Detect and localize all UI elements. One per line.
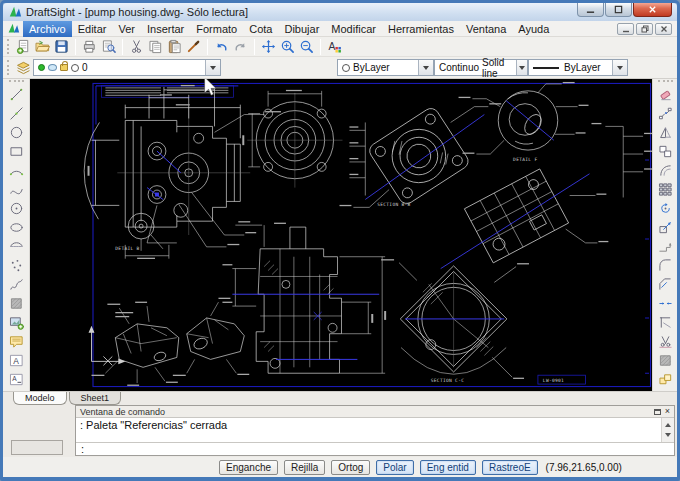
hatch-button[interactable] bbox=[5, 294, 27, 313]
lineweight-dropdown-arrow[interactable] bbox=[612, 60, 627, 75]
point-button[interactable] bbox=[5, 256, 27, 275]
image-button[interactable] bbox=[5, 313, 27, 332]
rectangle-button[interactable] bbox=[5, 142, 27, 161]
spline-button[interactable] bbox=[5, 180, 27, 199]
command-history[interactable]: : Paleta "Referencias" cerrada bbox=[76, 418, 674, 442]
fillet-button[interactable] bbox=[654, 256, 676, 275]
infinite-line-icon bbox=[9, 106, 24, 121]
menu-dibujar[interactable]: Dibujar bbox=[278, 21, 325, 37]
tab-modelo[interactable]: Modelo bbox=[13, 392, 67, 405]
menu-insertar[interactable]: Insertar bbox=[141, 21, 190, 37]
simple-text-button[interactable]: A bbox=[5, 351, 27, 370]
toolbar-grip[interactable] bbox=[7, 39, 10, 54]
menu-formato[interactable]: Formato bbox=[190, 21, 243, 37]
linecolor-dropdown-arrow[interactable] bbox=[418, 60, 433, 75]
cut-button[interactable] bbox=[127, 38, 146, 56]
note-button[interactable] bbox=[5, 332, 27, 351]
copy-button[interactable] bbox=[146, 38, 165, 56]
paste-button[interactable] bbox=[165, 38, 184, 56]
linecolor-dropdown[interactable]: ByLayer bbox=[337, 59, 434, 76]
menu-cota[interactable]: Cota bbox=[243, 21, 278, 37]
new-button[interactable] bbox=[14, 38, 33, 56]
menu-ver[interactable]: Ver bbox=[112, 21, 141, 37]
mdi-close-button[interactable] bbox=[655, 23, 672, 35]
menu-archivo[interactable]: Archivo bbox=[23, 21, 72, 37]
status-rejilla-button[interactable]: Rejilla bbox=[284, 460, 325, 475]
layer-toolbar-grip[interactable] bbox=[7, 60, 10, 75]
infinite-line-button[interactable] bbox=[5, 104, 27, 123]
maximize-button[interactable] bbox=[605, 3, 632, 17]
menu-editar[interactable]: Editar bbox=[72, 21, 113, 37]
mdi-minimize-button[interactable] bbox=[617, 23, 634, 35]
status-polar-button[interactable]: Polar bbox=[376, 460, 413, 475]
freehand-button[interactable] bbox=[5, 275, 27, 294]
status-ortog-button[interactable]: Ortog bbox=[331, 460, 370, 475]
draw-toolbar-grip[interactable] bbox=[9, 80, 24, 83]
command-close-icon[interactable]: × bbox=[665, 407, 670, 416]
menu-modificar[interactable]: Modificar bbox=[325, 21, 382, 37]
menu-herramientas[interactable]: Herramientas bbox=[382, 21, 460, 37]
print-button[interactable] bbox=[80, 38, 99, 56]
dock-handle[interactable] bbox=[11, 440, 63, 455]
layer-manager-button[interactable] bbox=[14, 59, 33, 77]
scale-button[interactable] bbox=[654, 218, 676, 237]
menu-ventana[interactable]: Ventana bbox=[460, 21, 512, 37]
open-button[interactable] bbox=[33, 38, 52, 56]
text-format-button[interactable]: A bbox=[325, 38, 344, 56]
arc-button[interactable] bbox=[5, 161, 27, 180]
drawing-canvas[interactable]: LW-0901 DETAIL B SECTION B-B DETAIL F SE… bbox=[30, 79, 652, 391]
float-window-icon[interactable] bbox=[654, 409, 661, 415]
modify-toolbar-grip[interactable] bbox=[658, 80, 673, 83]
ellipse-arc-button[interactable] bbox=[5, 237, 27, 256]
linestyle-dropdown[interactable]: Continuo Solid line bbox=[434, 59, 528, 76]
lineweight-dropdown[interactable]: ByLayer bbox=[528, 59, 628, 76]
power-trim-button[interactable] bbox=[654, 332, 676, 351]
circle-button[interactable] bbox=[5, 123, 27, 142]
text-button[interactable]: A bbox=[5, 370, 27, 389]
rotate-button[interactable] bbox=[654, 199, 676, 218]
save-button[interactable] bbox=[52, 38, 71, 56]
pan-button[interactable] bbox=[259, 38, 278, 56]
menu-ayuda[interactable]: Ayuda bbox=[512, 21, 555, 37]
mdi-restore-button[interactable] bbox=[636, 23, 653, 35]
status-eng-entid-button[interactable]: Eng entid bbox=[420, 460, 476, 475]
title-bar[interactable]: DraftSight - [pump housing.dwg- Sólo lec… bbox=[3, 3, 677, 21]
zoom-out-button[interactable] bbox=[297, 38, 316, 56]
undo-button[interactable] bbox=[212, 38, 231, 56]
line-button[interactable] bbox=[5, 85, 27, 104]
area-hatch-button[interactable] bbox=[654, 351, 676, 370]
stamp-label: LW-0901 bbox=[543, 378, 564, 383]
ellipse-button[interactable] bbox=[5, 218, 27, 237]
command-input[interactable]: : bbox=[76, 442, 674, 455]
close-button[interactable] bbox=[633, 3, 672, 17]
chamfer-button[interactable] bbox=[654, 275, 676, 294]
split-button[interactable] bbox=[654, 294, 676, 313]
tab-sheet1[interactable]: Sheet1 bbox=[69, 392, 122, 405]
format-painter-button[interactable] bbox=[184, 38, 203, 56]
layer-dropdown-arrow[interactable] bbox=[205, 60, 220, 75]
mirror-button[interactable] bbox=[654, 123, 676, 142]
text-icon: A bbox=[9, 372, 24, 387]
circle-center-button[interactable] bbox=[5, 199, 27, 218]
offset-button[interactable] bbox=[654, 161, 676, 180]
scroll-down-icon[interactable] bbox=[665, 433, 671, 440]
layer-dropdown[interactable]: 0 bbox=[33, 59, 221, 76]
trim-button[interactable] bbox=[654, 313, 676, 332]
copy-entity-button[interactable] bbox=[654, 142, 676, 161]
linestyle-dropdown-arrow[interactable] bbox=[516, 60, 528, 75]
explode-button[interactable] bbox=[654, 370, 676, 389]
dimension-texts bbox=[88, 82, 652, 386]
redo-button[interactable] bbox=[231, 38, 250, 56]
erase-button[interactable] bbox=[654, 85, 676, 104]
stretch-button[interactable] bbox=[654, 237, 676, 256]
status-enganche-button[interactable]: Enganche bbox=[219, 460, 278, 475]
print-preview-button[interactable] bbox=[99, 38, 118, 56]
move-button[interactable] bbox=[654, 104, 676, 123]
scroll-up-icon[interactable] bbox=[665, 420, 671, 427]
minimize-button[interactable] bbox=[577, 3, 604, 17]
command-scrollbar[interactable] bbox=[661, 418, 674, 442]
status-rastreoe-button[interactable]: RastreoE bbox=[482, 460, 538, 475]
pattern-button[interactable] bbox=[654, 180, 676, 199]
command-window-titlebar[interactable]: Ventana de comando × bbox=[76, 406, 674, 418]
zoom-in-button[interactable] bbox=[278, 38, 297, 56]
